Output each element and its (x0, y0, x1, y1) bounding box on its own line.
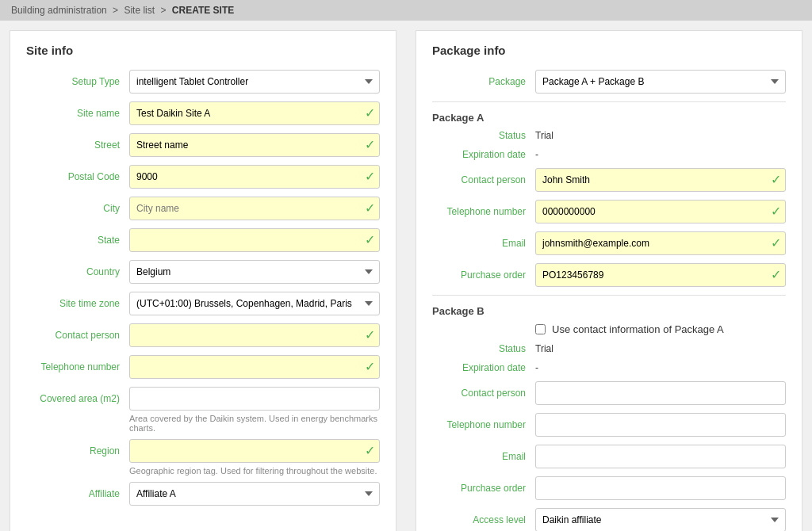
region-row: Region ✓ (26, 439, 380, 463)
telephone-wrapper: ✓ (129, 355, 380, 379)
site-name-input[interactable] (129, 101, 380, 125)
pkg-a-email-label: Email (432, 238, 535, 249)
pkg-b-access-select[interactable]: Daikin affiliate (535, 508, 786, 531)
country-wrapper: Belgium (129, 260, 380, 284)
pkg-a-purchase-label: Purchase order (432, 269, 535, 281)
pkg-b-expiration-row: Expiration date - (432, 362, 786, 373)
region-wrapper: ✓ (129, 439, 380, 463)
breadcrumb-current: CREATE SITE (172, 5, 234, 16)
postal-code-row: Postal Code ✓ (26, 165, 380, 189)
timezone-wrapper: (UTC+01:00) Brussels, Copenhagen, Madrid… (129, 292, 380, 315)
pkg-a-purchase-wrapper: ✓ (535, 263, 786, 287)
pkg-b-email-row: Email (432, 445, 786, 468)
site-name-wrapper: ✓ (129, 101, 380, 125)
region-input[interactable] (129, 439, 380, 463)
site-name-label: Site name (26, 108, 129, 119)
country-select[interactable]: Belgium (129, 260, 380, 284)
package-a-title: Package A (432, 112, 786, 124)
pkg-b-status-row: Status Trial (432, 343, 786, 354)
breadcrumb-part2[interactable]: Site list (124, 5, 155, 16)
pkg-a-email-wrapper: ✓ (535, 231, 786, 255)
state-check-icon: ✓ (365, 234, 375, 246)
package-info-panel: Package info Package Package A + Package… (416, 30, 802, 531)
region-check-icon: ✓ (365, 445, 375, 457)
breadcrumb-part1[interactable]: Building administration (11, 5, 107, 16)
setup-type-wrapper: intelligent Tablet Controller (129, 70, 380, 94)
street-label: Street (26, 139, 129, 151)
setup-type-row: Setup Type intelligent Tablet Controller (26, 70, 380, 94)
pkg-a-telephone-check-icon: ✓ (771, 205, 781, 218)
state-input[interactable] (129, 228, 380, 252)
pkg-b-purchase-input[interactable] (535, 476, 786, 500)
street-check-icon: ✓ (365, 139, 375, 151)
pkg-a-status-value: Trial (535, 130, 786, 141)
pkg-b-status-value: Trial (535, 343, 786, 354)
timezone-select[interactable]: (UTC+01:00) Brussels, Copenhagen, Madrid… (129, 292, 380, 315)
covered-area-label: Covered area (m2) (26, 393, 129, 404)
city-label: City (26, 203, 129, 214)
affiliate-row: Affiliate Affiliate A (26, 482, 380, 506)
timezone-row: Site time zone (UTC+01:00) Brussels, Cop… (26, 292, 380, 315)
telephone-check-icon: ✓ (365, 361, 375, 373)
setup-type-select[interactable]: intelligent Tablet Controller (129, 70, 380, 94)
contact-person-input[interactable] (129, 323, 380, 347)
contact-person-check-icon: ✓ (365, 329, 375, 342)
contact-person-wrapper: ✓ (129, 323, 380, 347)
pkg-a-telephone-row: Telephone number ✓ (432, 200, 786, 223)
affiliate-label: Affiliate (26, 488, 129, 499)
region-helper: Geographic region tag. Used for filterin… (129, 466, 380, 476)
pkg-a-status-label: Status (432, 130, 535, 141)
site-info-panel: Site info Setup Type intelligent Tablet … (10, 30, 396, 531)
pkg-a-contact-row: Contact person ✓ (432, 168, 786, 192)
pkg-a-telephone-input[interactable] (535, 200, 786, 223)
pkg-a-purchase-input[interactable] (535, 263, 786, 287)
pkg-a-expiration-label: Expiration date (432, 149, 535, 160)
affiliate-select[interactable]: Affiliate A (129, 482, 380, 506)
pkg-b-email-input[interactable] (535, 445, 786, 468)
pkg-b-telephone-wrapper (535, 413, 786, 437)
country-label: Country (26, 266, 129, 277)
setup-type-label: Setup Type (26, 76, 129, 87)
pkg-a-contact-wrapper: ✓ (535, 168, 786, 192)
contact-person-row: Contact person ✓ (26, 323, 380, 347)
site-name-check-icon: ✓ (365, 107, 375, 120)
pkg-b-purchase-wrapper (535, 476, 786, 500)
pkg-b-telephone-input[interactable] (535, 413, 786, 437)
street-row: Street ✓ (26, 133, 380, 157)
package-b-title: Package B (432, 305, 786, 317)
pkg-b-contact-input[interactable] (535, 381, 786, 405)
pkg-a-email-input[interactable] (535, 231, 786, 255)
pkg-a-email-row: Email ✓ (432, 231, 786, 255)
site-name-row: Site name ✓ (26, 101, 380, 125)
pkg-a-contact-input[interactable] (535, 168, 786, 192)
covered-area-helper: Area covered by the Daikin system. Used … (129, 414, 380, 433)
pkg-a-purchase-check-icon: ✓ (771, 269, 781, 281)
use-contact-row: Use contact information of Package A (535, 323, 786, 335)
use-contact-checkbox[interactable] (535, 324, 546, 334)
use-contact-label: Use contact information of Package A (552, 323, 724, 335)
country-row: Country Belgium (26, 260, 380, 284)
covered-area-row: Covered area (m2) (26, 387, 380, 411)
affiliate-wrapper: Affiliate A (129, 482, 380, 506)
pkg-b-email-wrapper (535, 445, 786, 468)
postal-code-input[interactable] (129, 165, 380, 189)
pkg-a-email-check-icon: ✓ (771, 237, 781, 250)
package-selector-wrapper: Package A + Package B (535, 70, 786, 94)
package-label: Package (432, 76, 535, 87)
pkg-b-telephone-label: Telephone number (432, 419, 535, 430)
pkg-b-purchase-label: Purchase order (432, 483, 535, 494)
pkg-a-purchase-row: Purchase order ✓ (432, 263, 786, 287)
city-row: City ✓ (26, 197, 380, 220)
street-input[interactable] (129, 133, 380, 157)
package-select[interactable]: Package A + Package B (535, 70, 786, 94)
package-selector-row: Package Package A + Package B (432, 70, 786, 94)
telephone-row: Telephone number ✓ (26, 355, 380, 379)
telephone-input[interactable] (129, 355, 380, 379)
state-row: State ✓ (26, 228, 380, 252)
covered-area-wrapper (129, 387, 380, 411)
site-info-title: Site info (26, 44, 380, 57)
city-input[interactable] (129, 197, 380, 220)
pkg-b-access-wrapper: Daikin affiliate (535, 508, 786, 531)
pkg-b-telephone-row: Telephone number (432, 413, 786, 437)
covered-area-input[interactable] (129, 387, 380, 411)
